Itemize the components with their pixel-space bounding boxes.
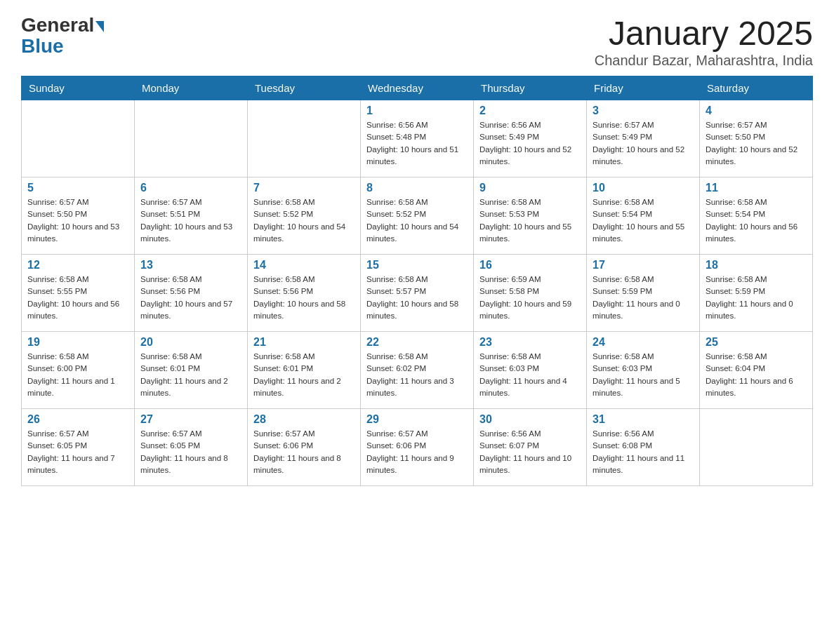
day-number: 7 [253,182,355,194]
day-info: Sunrise: 6:57 AM Sunset: 6:05 PM Dayligh… [27,428,128,476]
day-number: 8 [366,182,468,194]
calendar-cell: 15Sunrise: 6:58 AM Sunset: 5:57 PM Dayli… [361,255,474,332]
weekday-header-monday: Monday [135,76,248,100]
weekday-header-sunday: Sunday [22,76,135,100]
day-info: Sunrise: 6:58 AM Sunset: 5:52 PM Dayligh… [366,196,468,245]
calendar-body: 1Sunrise: 6:56 AM Sunset: 5:48 PM Daylig… [22,100,813,486]
calendar-cell: 9Sunrise: 6:58 AM Sunset: 5:53 PM Daylig… [474,177,587,255]
day-number: 27 [140,413,241,426]
day-number: 28 [253,413,355,426]
calendar-week-1: 1Sunrise: 6:56 AM Sunset: 5:48 PM Daylig… [22,100,813,177]
day-info: Sunrise: 6:58 AM Sunset: 5:56 PM Dayligh… [140,274,241,322]
day-info: Sunrise: 6:57 AM Sunset: 5:50 PM Dayligh… [27,196,128,245]
day-info: Sunrise: 6:58 AM Sunset: 5:53 PM Dayligh… [479,196,581,245]
calendar-cell: 19Sunrise: 6:58 AM Sunset: 6:00 PM Dayli… [22,332,135,409]
day-info: Sunrise: 6:58 AM Sunset: 5:59 PM Dayligh… [706,274,807,322]
calendar-table: SundayMondayTuesdayWednesdayThursdayFrid… [21,76,813,486]
day-info: Sunrise: 6:58 AM Sunset: 5:59 PM Dayligh… [593,274,694,322]
calendar-cell: 22Sunrise: 6:58 AM Sunset: 6:02 PM Dayli… [361,332,474,409]
day-number: 21 [253,336,355,349]
weekday-header-friday: Friday [587,76,700,100]
calendar-cell: 26Sunrise: 6:57 AM Sunset: 6:05 PM Dayli… [22,409,135,486]
day-info: Sunrise: 6:58 AM Sunset: 6:00 PM Dayligh… [27,351,128,399]
day-info: Sunrise: 6:57 AM Sunset: 6:06 PM Dayligh… [253,428,355,476]
calendar-header: SundayMondayTuesdayWednesdayThursdayFrid… [22,76,813,100]
calendar-cell: 2Sunrise: 6:56 AM Sunset: 5:49 PM Daylig… [474,100,587,177]
calendar-cell: 20Sunrise: 6:58 AM Sunset: 6:01 PM Dayli… [135,332,248,409]
day-number: 17 [593,259,694,271]
calendar-cell: 12Sunrise: 6:58 AM Sunset: 5:55 PM Dayli… [22,255,135,332]
day-number: 2 [479,105,581,117]
day-number: 4 [706,105,807,117]
day-info: Sunrise: 6:57 AM Sunset: 5:51 PM Dayligh… [140,196,241,245]
day-info: Sunrise: 6:58 AM Sunset: 6:04 PM Dayligh… [706,351,807,399]
day-info: Sunrise: 6:56 AM Sunset: 5:48 PM Dayligh… [366,119,468,168]
day-number: 1 [366,105,468,117]
calendar-cell: 28Sunrise: 6:57 AM Sunset: 6:06 PM Dayli… [248,409,361,486]
calendar-cell: 3Sunrise: 6:57 AM Sunset: 5:49 PM Daylig… [587,100,700,177]
day-number: 18 [706,259,807,271]
day-number: 29 [366,413,468,426]
logo: General Blue [21,14,104,58]
calendar-week-3: 12Sunrise: 6:58 AM Sunset: 5:55 PM Dayli… [22,255,813,332]
day-number: 15 [366,259,468,271]
weekday-header-thursday: Thursday [474,76,587,100]
day-number: 23 [479,336,581,349]
calendar-cell: 11Sunrise: 6:58 AM Sunset: 5:54 PM Dayli… [700,177,813,255]
calendar-cell [22,100,135,177]
day-number: 13 [140,259,241,271]
calendar-cell: 27Sunrise: 6:57 AM Sunset: 6:05 PM Dayli… [135,409,248,486]
day-number: 14 [253,259,355,271]
month-title: January 2025 [595,14,813,53]
calendar-cell: 30Sunrise: 6:56 AM Sunset: 6:07 PM Dayli… [474,409,587,486]
calendar-cell: 6Sunrise: 6:57 AM Sunset: 5:51 PM Daylig… [135,177,248,255]
day-number: 19 [27,336,128,349]
calendar-cell: 23Sunrise: 6:58 AM Sunset: 6:03 PM Dayli… [474,332,587,409]
calendar-cell: 25Sunrise: 6:58 AM Sunset: 6:04 PM Dayli… [700,332,813,409]
day-info: Sunrise: 6:58 AM Sunset: 6:03 PM Dayligh… [593,351,694,399]
logo-arrow-icon [95,21,104,32]
day-info: Sunrise: 6:56 AM Sunset: 6:08 PM Dayligh… [593,428,694,476]
day-number: 6 [140,182,241,194]
day-number: 3 [593,105,694,117]
weekday-header-wednesday: Wednesday [361,76,474,100]
logo-general: General [21,14,104,36]
day-info: Sunrise: 6:58 AM Sunset: 6:01 PM Dayligh… [253,351,355,399]
calendar-cell: 13Sunrise: 6:58 AM Sunset: 5:56 PM Dayli… [135,255,248,332]
calendar-cell: 17Sunrise: 6:58 AM Sunset: 5:59 PM Dayli… [587,255,700,332]
day-info: Sunrise: 6:58 AM Sunset: 5:56 PM Dayligh… [253,274,355,322]
calendar-cell: 16Sunrise: 6:59 AM Sunset: 5:58 PM Dayli… [474,255,587,332]
calendar-cell: 24Sunrise: 6:58 AM Sunset: 6:03 PM Dayli… [587,332,700,409]
weekday-header-tuesday: Tuesday [248,76,361,100]
day-number: 31 [593,413,694,426]
day-info: Sunrise: 6:57 AM Sunset: 6:06 PM Dayligh… [366,428,468,476]
day-number: 26 [27,413,128,426]
day-info: Sunrise: 6:59 AM Sunset: 5:58 PM Dayligh… [479,274,581,322]
calendar-cell: 10Sunrise: 6:58 AM Sunset: 5:54 PM Dayli… [587,177,700,255]
logo-blue: Blue [21,35,64,58]
calendar-cell: 7Sunrise: 6:58 AM Sunset: 5:52 PM Daylig… [248,177,361,255]
calendar-cell: 5Sunrise: 6:57 AM Sunset: 5:50 PM Daylig… [22,177,135,255]
day-info: Sunrise: 6:57 AM Sunset: 5:49 PM Dayligh… [593,119,694,168]
calendar-cell [700,409,813,486]
day-info: Sunrise: 6:58 AM Sunset: 5:57 PM Dayligh… [366,274,468,322]
day-info: Sunrise: 6:58 AM Sunset: 6:01 PM Dayligh… [140,351,241,399]
day-number: 20 [140,336,241,349]
calendar-cell: 29Sunrise: 6:57 AM Sunset: 6:06 PM Dayli… [361,409,474,486]
calendar-week-2: 5Sunrise: 6:57 AM Sunset: 5:50 PM Daylig… [22,177,813,255]
day-info: Sunrise: 6:56 AM Sunset: 6:07 PM Dayligh… [479,428,581,476]
calendar-cell: 4Sunrise: 6:57 AM Sunset: 5:50 PM Daylig… [700,100,813,177]
day-number: 16 [479,259,581,271]
day-number: 11 [706,182,807,194]
title-section: January 2025 Chandur Bazar, Maharashtra,… [595,14,813,69]
day-number: 30 [479,413,581,426]
calendar-cell [135,100,248,177]
calendar-cell: 14Sunrise: 6:58 AM Sunset: 5:56 PM Dayli… [248,255,361,332]
location: Chandur Bazar, Maharashtra, India [595,53,813,69]
day-number: 9 [479,182,581,194]
day-info: Sunrise: 6:58 AM Sunset: 5:52 PM Dayligh… [253,196,355,245]
day-info: Sunrise: 6:58 AM Sunset: 6:02 PM Dayligh… [366,351,468,399]
calendar-cell: 31Sunrise: 6:56 AM Sunset: 6:08 PM Dayli… [587,409,700,486]
day-info: Sunrise: 6:58 AM Sunset: 5:54 PM Dayligh… [706,196,807,245]
day-info: Sunrise: 6:58 AM Sunset: 5:54 PM Dayligh… [593,196,694,245]
